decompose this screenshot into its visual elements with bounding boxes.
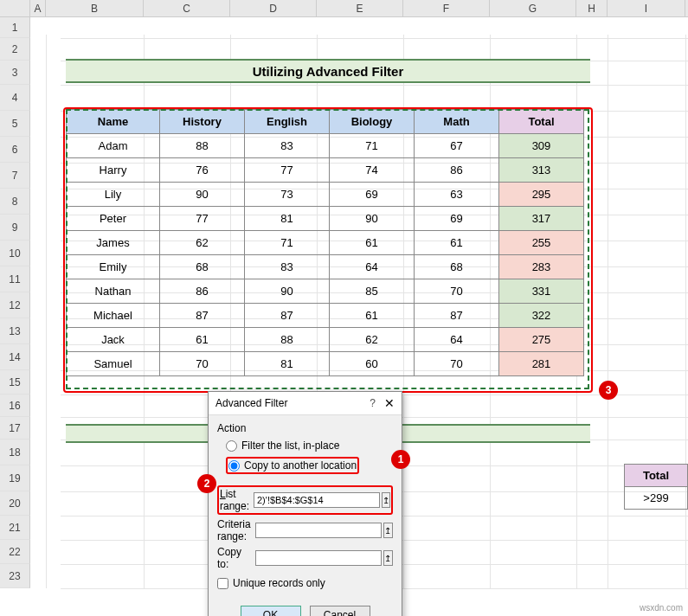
row-header-15[interactable]: 15 (0, 370, 30, 395)
row-header-23[interactable]: 23 (0, 564, 30, 588)
criteria-table: Total >299 (624, 464, 688, 510)
select-all-corner[interactable] (0, 0, 30, 17)
cell-math: 67 (415, 134, 499, 158)
table-row: Harry76777486313 (67, 158, 584, 183)
header-history: History (160, 110, 245, 134)
cell-name: Lily (67, 183, 160, 207)
cell-history: 61 (160, 328, 245, 352)
cell-total: 275 (499, 328, 584, 352)
cell-history: 68 (160, 255, 245, 279)
callout-badge-2: 2 (197, 474, 216, 493)
cell-english: 88 (245, 328, 330, 352)
cell-history: 62 (160, 231, 245, 255)
filter-inplace-radio[interactable] (226, 440, 237, 452)
list-range-ref-button[interactable]: ↥ (382, 492, 390, 508)
row-header-5[interactable]: 5 (0, 111, 30, 137)
col-header-F[interactable]: F (403, 0, 490, 16)
sheet-title: Utilizing Advanced Filter (66, 59, 590, 83)
row-header-3[interactable]: 3 (0, 61, 30, 85)
cell-math: 61 (415, 231, 499, 255)
row-header-6[interactable]: 6 (0, 137, 30, 163)
row-header-11[interactable]: 11 (0, 266, 30, 292)
row-header-22[interactable]: 22 (0, 540, 30, 564)
criteria-range-input[interactable] (255, 523, 382, 538)
col-header-A[interactable]: A (30, 0, 46, 16)
action-label: Action (217, 422, 393, 434)
cell-name: Adam (67, 134, 160, 158)
cancel-button[interactable]: Cancel (310, 606, 370, 616)
table-row: Emily68836468283 (67, 255, 584, 279)
row-header-14[interactable]: 14 (0, 344, 30, 370)
copy-location-radio[interactable] (228, 460, 240, 472)
header-english: English (245, 110, 330, 134)
row-header-13[interactable]: 13 (0, 318, 30, 344)
col-header-E[interactable]: E (317, 0, 403, 16)
cell-total: 283 (499, 255, 584, 279)
close-button[interactable]: ✕ (384, 396, 395, 410)
col-header-G[interactable]: G (490, 0, 576, 16)
copyto-ref-button[interactable]: ↥ (383, 550, 393, 566)
help-button[interactable]: ? (370, 397, 376, 409)
advanced-filter-dialog: Advanced Filter ? ✕ Action Filter the li… (208, 391, 402, 616)
cell-total: 322 (499, 304, 584, 328)
cell-math: 86 (415, 158, 499, 183)
cell-biology: 62 (330, 328, 415, 352)
row-header-20[interactable]: 20 (0, 491, 30, 516)
cell-english: 77 (245, 158, 330, 183)
cell-biology: 64 (330, 255, 415, 279)
criteria-value: >299 (625, 487, 688, 510)
row-header-10[interactable]: 10 (0, 241, 30, 266)
table-row: Jack61886264275 (67, 328, 584, 352)
cell-total: 317 (499, 207, 584, 231)
cell-math: 63 (415, 183, 499, 207)
cell-english: 83 (245, 255, 330, 279)
cell-history: 86 (160, 279, 245, 304)
data-table: NameHistoryEnglishBiologyMathTotal Adam8… (66, 109, 584, 376)
col-header-D[interactable]: D (230, 0, 317, 16)
col-header-I[interactable]: I (608, 0, 685, 16)
row-header-18[interactable]: 18 (0, 440, 30, 465)
row-header-19[interactable]: 19 (0, 465, 30, 491)
row-header-9[interactable]: 9 (0, 215, 30, 241)
row-header-16[interactable]: 16 (0, 395, 30, 417)
cell-name: Michael (67, 304, 160, 328)
ok-button[interactable]: OK (241, 606, 301, 616)
row-header-2[interactable]: 2 (0, 38, 30, 61)
cell-biology: 85 (330, 279, 415, 304)
cell-history: 76 (160, 158, 245, 183)
cell-total: 313 (499, 158, 584, 183)
row-header-7[interactable]: 7 (0, 163, 30, 189)
row-header-1[interactable]: 1 (0, 17, 30, 38)
cell-total: 281 (499, 352, 584, 376)
row-header-8[interactable]: 8 (0, 189, 30, 215)
cell-math: 70 (415, 279, 499, 304)
row-header-4[interactable]: 4 (0, 85, 30, 111)
filter-inplace-label: Filter the list, in-place (241, 440, 339, 452)
copyto-input[interactable] (255, 550, 382, 566)
callout-badge-1: 1 (391, 450, 410, 469)
cell-math: 87 (415, 304, 499, 328)
row-header-12[interactable]: 12 (0, 292, 30, 318)
watermark: wsxdn.com (640, 603, 683, 613)
row-header-21[interactable]: 21 (0, 516, 30, 540)
cell-biology: 61 (330, 231, 415, 255)
cell-history: 87 (160, 304, 245, 328)
criteria-range-ref-button[interactable]: ↥ (383, 523, 393, 538)
criteria-header: Total (625, 465, 688, 487)
cell-biology: 71 (330, 134, 415, 158)
cell-english: 81 (245, 207, 330, 231)
cell-biology: 74 (330, 158, 415, 183)
col-header-C[interactable]: C (144, 0, 230, 16)
cell-name: Samuel (67, 352, 160, 376)
row-header-17[interactable]: 17 (0, 417, 30, 440)
col-header-B[interactable]: B (46, 0, 144, 16)
col-header-H[interactable]: H (576, 0, 608, 16)
table-row: Samuel70816070281 (67, 352, 584, 376)
copyto-label: Copy to: (217, 546, 255, 570)
list-range-input[interactable] (254, 492, 380, 508)
table-row: Adam88837167309 (67, 134, 584, 158)
cell-biology: 90 (330, 207, 415, 231)
unique-records-checkbox[interactable] (217, 578, 228, 589)
cell-name: James (67, 231, 160, 255)
cell-math: 69 (415, 207, 499, 231)
